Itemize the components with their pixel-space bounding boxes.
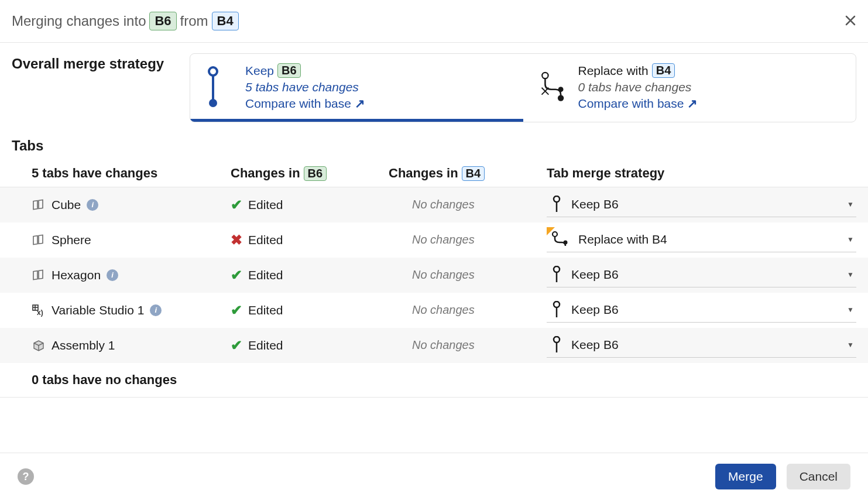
col-changes-in-b6: Changes in B6 [231, 166, 389, 181]
svg-rect-10 [33, 235, 37, 244]
table-row: Assembly 1✔EditedNo changesKeep B6▼ [0, 328, 868, 363]
strategy-keep-icon [551, 301, 562, 319]
external-link-icon: ↗ [355, 97, 365, 111]
title-middle: from [180, 13, 208, 29]
status-b4: No changes [389, 303, 547, 317]
tab-strategy-select[interactable]: Keep B6▼ [547, 262, 856, 287]
tab-name-label: Sphere [52, 233, 91, 247]
strategy-box: Keep B6 5 tabs have changes Compare with… [190, 53, 856, 122]
svg-point-24 [554, 337, 560, 343]
help-icon[interactable]: ? [18, 468, 34, 485]
keep-branch-tag: B6 [277, 63, 301, 78]
chevron-down-icon: ▼ [847, 341, 854, 349]
chevron-down-icon: ▼ [847, 200, 854, 208]
table-row: Sphere✖EditedNo changesReplace with B4▼ [0, 222, 868, 258]
replace-branch-tag: B4 [652, 63, 675, 78]
col-changes-in-b4: Changes in B4 [389, 166, 547, 181]
part-icon [32, 268, 46, 282]
svg-point-1 [209, 67, 217, 76]
info-icon[interactable]: i [107, 269, 118, 281]
svg-point-22 [554, 302, 560, 307]
external-link-icon: ↗ [687, 97, 698, 111]
tab-name-label: Hexagon [52, 268, 101, 282]
strategy-replace[interactable]: Replace with B4 0 tabs have changes Comp… [523, 54, 856, 122]
part-icon [32, 233, 46, 247]
svg-text:x): x) [37, 309, 43, 317]
status-b4: No changes [389, 338, 547, 352]
svg-rect-15 [39, 270, 43, 279]
tab-name-label: Assembly 1 [52, 338, 115, 352]
strategy-keep-icon [551, 196, 562, 213]
tab-strategy-label: Keep B6 [571, 303, 619, 317]
tab-name-label: Variable Studio 1 [52, 303, 144, 317]
variable-icon: x) [32, 303, 46, 317]
status-b4: No changes [389, 268, 547, 282]
assembly-icon [32, 338, 46, 352]
table-row: x)Variable Studio 1i✔EditedNo changesKee… [0, 293, 868, 328]
keep-subtitle: 5 tabs have changes [245, 80, 365, 94]
svg-point-16 [554, 266, 560, 272]
title-prefix: Merging changes into [12, 13, 146, 29]
cancel-button[interactable]: Cancel [787, 464, 850, 489]
tab-strategy-label: Replace with B4 [578, 232, 667, 246]
svg-point-2 [209, 99, 217, 107]
replace-compare-link[interactable]: Compare with base ↗ [578, 97, 698, 111]
check-icon: ✔ [231, 302, 242, 319]
svg-point-13 [564, 241, 568, 245]
strategy-keep-icon [551, 336, 562, 354]
strategy-keep[interactable]: Keep B6 5 tabs have changes Compare with… [190, 54, 523, 122]
col-changes-count: 5 tabs have changes [32, 166, 231, 181]
replace-title-prefix: Replace with [578, 64, 649, 78]
tab-strategy-label: Keep B6 [571, 338, 619, 352]
table-row: Cubei✔EditedNo changesKeep B6▼ [0, 187, 868, 222]
status-b6: Edited [248, 233, 283, 247]
replace-subtitle: 0 tabs have changes [578, 80, 698, 94]
chevron-down-icon: ▼ [847, 270, 854, 279]
chevron-down-icon: ▼ [847, 235, 854, 244]
tab-strategy-select[interactable]: Keep B6▼ [547, 333, 856, 358]
svg-point-8 [554, 196, 560, 202]
tab-strategy-select[interactable]: Keep B6▼ [547, 297, 856, 323]
tab-strategy-select[interactable]: Keep B6▼ [547, 192, 856, 217]
status-b4: No changes [389, 198, 547, 211]
strategy-keep-icon [551, 266, 562, 283]
keep-title-prefix: Keep [245, 64, 274, 78]
no-changes-heading: 0 tabs have no changes [0, 363, 868, 398]
svg-point-3 [542, 73, 548, 78]
strategy-label: Overall merge strategy [12, 53, 176, 72]
check-icon: ✔ [231, 197, 242, 213]
check-icon: ✔ [231, 267, 242, 283]
tab-strategy-select[interactable]: Replace with B4▼ [547, 227, 856, 252]
keep-compare-link[interactable]: Compare with base ↗ [245, 97, 365, 111]
x-icon: ✖ [231, 232, 242, 248]
tab-name-label: Cube [52, 198, 81, 212]
merge-button[interactable]: Merge [715, 464, 776, 489]
tabs-label: Tabs [0, 128, 868, 160]
close-icon[interactable] [845, 12, 856, 30]
info-icon[interactable]: i [87, 199, 98, 211]
status-b6: Edited [248, 338, 283, 352]
dialog-title: Merging changes into B6 from B4 [12, 12, 239, 30]
svg-rect-7 [39, 200, 43, 208]
chevron-down-icon: ▼ [847, 306, 854, 314]
status-b6: Edited [248, 268, 283, 282]
svg-rect-6 [33, 200, 37, 209]
svg-rect-11 [39, 235, 43, 244]
info-icon[interactable]: i [150, 304, 162, 316]
keep-graph-icon [208, 63, 231, 111]
check-icon: ✔ [231, 337, 242, 354]
table-header: 5 tabs have changes Changes in B6 Change… [0, 160, 868, 187]
into-branch-tag: B6 [149, 12, 176, 30]
svg-point-4 [558, 87, 563, 92]
status-b4: No changes [389, 233, 547, 246]
tab-strategy-label: Keep B6 [571, 197, 619, 211]
svg-point-5 [557, 95, 563, 101]
status-b6: Edited [248, 198, 283, 212]
tab-strategy-label: Keep B6 [571, 268, 619, 282]
from-branch-tag: B4 [212, 12, 239, 30]
replace-graph-icon [541, 63, 564, 114]
flag-icon [547, 227, 555, 235]
status-b6: Edited [248, 303, 283, 317]
svg-rect-14 [33, 270, 37, 279]
col-tab-strategy: Tab merge strategy [547, 166, 856, 181]
